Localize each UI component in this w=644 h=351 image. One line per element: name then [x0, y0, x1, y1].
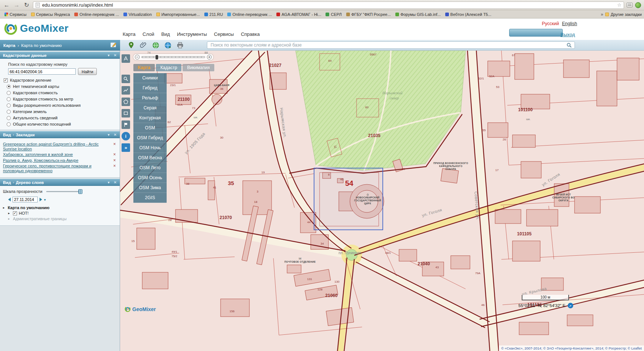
lang-russian[interactable]: Русский — [542, 21, 559, 26]
bookmark-item[interactable]: Online-переводчик ... — [72, 12, 121, 17]
base-layer-option[interactable]: OSM Зима — [133, 183, 167, 193]
info-icon[interactable]: i — [122, 132, 130, 140]
radio-icon[interactable] — [7, 97, 11, 101]
date-input[interactable] — [13, 197, 38, 202]
menu-item[interactable]: Сервисы — [214, 31, 234, 37]
address-bar[interactable]: edu.kosmosnimki.ru/api/index.html ☆ — [33, 1, 624, 9]
menu-item[interactable]: Справка — [241, 31, 260, 37]
bookmark-item[interactable]: Сервисы Яндекса — [29, 12, 72, 17]
forward-icon[interactable]: → — [13, 2, 20, 8]
zoom-slider-handle[interactable] — [156, 55, 158, 59]
back-icon[interactable]: ← — [3, 2, 10, 8]
map-edit-icon[interactable] — [110, 42, 117, 48]
menu-item[interactable]: Вид — [161, 31, 170, 37]
measure-angle-icon[interactable] — [122, 54, 130, 63]
radio-icon[interactable] — [7, 91, 11, 95]
collapse-icon[interactable]: ▾ — [108, 180, 110, 184]
bookmark-link[interactable]: Хабаровск, затопления в жилой зоне — [3, 152, 110, 157]
base-layer-option[interactable]: OSM — [133, 123, 167, 133]
base-layer-tab[interactable]: Викимапия — [183, 64, 214, 71]
menu-item[interactable]: Карта — [123, 31, 136, 37]
close-icon[interactable]: ✕ — [114, 180, 117, 184]
zoom-slider[interactable] — [142, 56, 205, 58]
layer-tree-root[interactable]: ▸ Карта по умолчанию — [3, 205, 117, 210]
base-layer-option[interactable]: Рельеф — [133, 93, 167, 103]
refresh-icon[interactable]: ↻ — [23, 1, 30, 8]
panels-icon[interactable] — [627, 3, 633, 7]
bookmark-link[interactable]: Героическое село, противостоящее пожарам… — [3, 164, 110, 173]
base-layer-option[interactable]: 2GIS — [133, 193, 167, 203]
radio-option[interactable]: Кадастровая стоимость — [7, 91, 117, 95]
base-layer-option[interactable]: Серая — [133, 103, 167, 113]
map-container[interactable]: ул. 1905 ГодаНарымская ул.ул. Гоголяул. … — [120, 51, 644, 351]
checkbox-icon[interactable] — [4, 78, 8, 82]
tree-expand-icon[interactable]: ▸ — [8, 217, 11, 221]
radio-icon[interactable] — [7, 122, 11, 126]
bookmark-item[interactable]: 211.RU — [202, 12, 225, 17]
bookmark-item[interactable]: Virtualization — [121, 12, 154, 17]
base-layer-option[interactable]: OSM Гибрид — [133, 133, 167, 143]
avatar-icon[interactable] — [635, 2, 641, 8]
radio-icon[interactable] — [7, 103, 11, 108]
radio-icon[interactable] — [7, 116, 11, 120]
search-icon[interactable] — [566, 42, 572, 48]
zoom-out-button[interactable]: − — [135, 55, 140, 59]
remove-bookmark-icon[interactable]: × — [112, 142, 117, 146]
opacity-slider-handle[interactable] — [78, 189, 82, 194]
bookmark-star-icon[interactable]: ☆ — [617, 2, 621, 8]
layer-search-input[interactable] — [210, 42, 564, 48]
close-icon[interactable]: ✕ — [114, 53, 117, 57]
tree-expand-icon[interactable]: ▸ — [3, 206, 6, 209]
base-layer-option[interactable]: Контурная — [133, 113, 167, 123]
radio-option[interactable]: Виды разрешенного использования — [7, 103, 117, 108]
date-dropdown-icon[interactable]: ▾ — [44, 198, 46, 202]
bookmark-item[interactable]: Импортированные... — [154, 12, 202, 17]
base-layer-option[interactable]: Гибрид — [133, 83, 167, 93]
flag-icon[interactable] — [122, 120, 130, 129]
remove-bookmark-icon[interactable]: × — [112, 164, 117, 168]
remove-bookmark-icon[interactable]: × — [112, 158, 117, 163]
cadastre-panel-header[interactable]: Кадастровые данные ▾ ✕ — [0, 52, 120, 59]
base-layer-tab[interactable]: Карта — [133, 64, 155, 71]
bookmark-item[interactable]: ФГБУ "ФКП Росрее... — [344, 12, 393, 17]
radio-option[interactable]: Актуальность сведений — [7, 116, 117, 120]
breadcrumb-root[interactable]: Карта — [3, 43, 15, 48]
watermark-text[interactable]: GeoMixer — [132, 306, 156, 312]
find-button[interactable]: Найти — [78, 68, 97, 75]
locate-icon[interactable] — [568, 303, 573, 309]
attachment-icon[interactable] — [139, 41, 147, 49]
opacity-slider[interactable] — [46, 191, 82, 192]
radio-option[interactable]: Категории земель — [7, 109, 117, 114]
bookmark-item[interactable]: Сервисы — [2, 12, 29, 17]
menu-item[interactable]: Инструменты — [177, 31, 207, 37]
base-layer-option[interactable]: Снимки — [133, 73, 167, 83]
polygon-icon[interactable] — [122, 98, 130, 106]
layer-checkbox-icon[interactable] — [13, 211, 17, 215]
base-layer-option[interactable]: OSM Весна — [133, 153, 167, 163]
base-layer-option[interactable]: OSM Осень — [133, 173, 167, 183]
menu-item[interactable]: Слой — [143, 31, 154, 37]
collapse-icon[interactable]: ▾ — [108, 53, 110, 57]
layer-tree-item-hot[interactable]: ▸ HOT! — [8, 211, 117, 215]
bookmark-item[interactable]: Вебтон (Алексей Т5... — [443, 12, 494, 17]
lang-english[interactable]: English — [562, 21, 577, 26]
date-prev-icon[interactable] — [8, 198, 11, 201]
overflow-chevron-icon[interactable]: » — [601, 12, 603, 17]
radio-icon[interactable] — [7, 110, 11, 114]
layers-panel-header[interactable]: Вид › Дерево слоев ▾ ✕ — [0, 179, 120, 186]
other-bookmarks[interactable]: » Другие закладки — [598, 12, 642, 17]
profile-chart-icon[interactable] — [122, 86, 130, 95]
print-icon[interactable] — [176, 41, 184, 49]
remove-bookmark-icon[interactable]: × — [112, 152, 117, 157]
collapse-icon[interactable]: ▾ — [108, 133, 110, 137]
layer-tree-item-admin[interactable]: ▸ Административные границы — [8, 217, 117, 221]
radio-option[interactable]: Кадастровая стоимость за метр — [7, 97, 117, 101]
bookmark-item[interactable]: СЕРЛ — [323, 12, 344, 17]
zoom-in-button[interactable]: + — [207, 55, 212, 59]
bookmarks-panel-header[interactable]: Вид › Закладки ▾ ✕ — [0, 131, 120, 138]
tree-expand-icon[interactable]: ▸ — [8, 211, 11, 215]
bookmark-item[interactable]: AGA-АВТОМАГ - Hi... — [274, 12, 323, 17]
expand-panel-icon[interactable]: » — [122, 143, 130, 152]
map-search-icon[interactable] — [122, 75, 130, 83]
radio-icon[interactable] — [7, 85, 11, 89]
